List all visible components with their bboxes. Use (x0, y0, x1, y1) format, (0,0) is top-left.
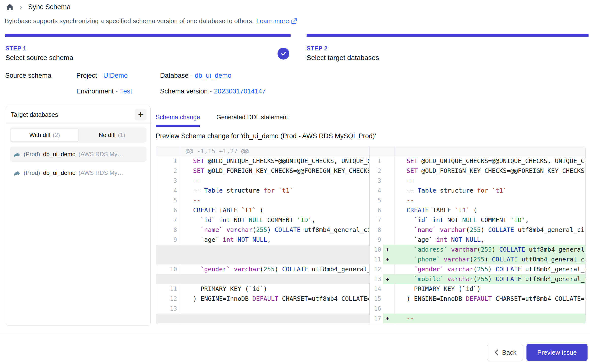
line-number (156, 314, 181, 323)
line-number: 13 (156, 304, 181, 314)
home-icon[interactable] (6, 3, 14, 11)
tab-schema-change[interactable]: Schema change (156, 114, 200, 127)
diff-line: 10+ `address` varchar(255) COLLATE utf8m… (370, 245, 585, 255)
diff-line: 5 -- (156, 196, 369, 205)
step2-title: Select target databases (307, 54, 379, 62)
tab-with-diff[interactable]: With diff(2) (11, 128, 79, 142)
line-code (181, 255, 369, 264)
diff-add-marker (383, 166, 394, 176)
step1-label: STEP 1 (5, 45, 73, 52)
diff-line: 3 -- (370, 176, 585, 186)
page-title: Sync Schema (28, 3, 71, 11)
source-schema-version-field: Schema version -20230317014147 (160, 88, 266, 95)
diff-line: 11 PRIMARY KEY (`id`) (156, 284, 369, 294)
diff-add-marker (383, 156, 394, 166)
diff-line: 10 `gender` varchar(255) COLLATE utf8mb4… (156, 264, 369, 274)
line-number: 17 (370, 314, 383, 323)
diff-line: 4 -- Table structure for `t1` (156, 186, 369, 196)
line-code (181, 314, 369, 323)
step1: STEP 1 Select source schema (5, 45, 73, 62)
sync-schema-page: › Sync Schema Bytebase supports synchron… (0, 0, 590, 364)
line-code: CREATE TABLE `t1` ( (394, 205, 585, 215)
target-db-item[interactable]: (Prod)db_ui_demo(AWS RDS MySQL Prod) (10, 165, 147, 181)
step1-progress-bar (5, 34, 291, 37)
diff-add-marker: + (383, 245, 394, 255)
learn-more-link[interactable]: Learn more (256, 17, 297, 25)
database-link[interactable]: db_ui_demo (195, 72, 231, 79)
step1-completed-check-icon (278, 48, 289, 60)
preview-issue-button[interactable]: Preview issue (526, 344, 588, 361)
line-number: 14 (370, 284, 383, 294)
line-code: -- (181, 176, 369, 186)
line-number: 4 (370, 186, 383, 196)
line-number (370, 146, 383, 156)
tab-no-diff[interactable]: No diff(1) (79, 128, 146, 142)
line-number: 12 (156, 294, 181, 304)
step2: STEP 2 Select target databases (307, 45, 379, 62)
source-schema-label: Source schema (5, 72, 51, 79)
source-database-field: Database -db_ui_demo (160, 72, 231, 79)
diff-line: 6 CREATE TABLE `t1` ( (370, 205, 585, 215)
line-code: -- (394, 196, 585, 205)
line-number: 10 (370, 245, 383, 255)
line-code: `id` int NOT NULL COMMENT 'ID', (394, 215, 585, 225)
line-number: 5 (370, 196, 383, 205)
line-code: PRIMARY KEY (`id`) (394, 284, 585, 294)
diff-add-marker (383, 205, 394, 215)
diff-line: 15 ) ENGINE=InnoDB DEFAULT CHARSET=utf8m… (370, 294, 585, 304)
line-code: -- Table structure for `t1` (181, 186, 369, 196)
line-number: 16 (370, 304, 383, 314)
diff-right-pane[interactable]: 1 SET @OLD_UNIQUE_CHECKS=@@UNIQUE_CHECKS… (369, 146, 585, 324)
line-code: `phone` varchar(255) COLLATE utf8mb4_gen… (394, 255, 585, 264)
line-code (181, 245, 369, 255)
line-number: 9 (156, 235, 181, 245)
line-code: `name` varchar(255) COLLATE utf8mb4_gene… (394, 225, 585, 235)
diff-filter-tabs: With diff(2) No diff(1) (10, 127, 147, 143)
source-environment-field: Environment -Test (76, 88, 132, 95)
breadcrumb: › Sync Schema (6, 3, 71, 11)
diff-add-marker: + (383, 274, 394, 284)
line-number: 7 (156, 215, 181, 225)
line-code (181, 274, 369, 284)
target-db-item[interactable]: (Prod)db_ui_demo(AWS RDS MySQL Prod) (10, 147, 147, 162)
db-instance: (AWS RDS MySQL Prod) (79, 151, 127, 158)
diff-add-marker (383, 235, 394, 245)
diff-add-marker (383, 146, 394, 156)
line-number (156, 245, 181, 255)
line-code: `gender` varchar(255) COLLATE utf8mb4_ge… (394, 264, 585, 274)
line-number: 3 (156, 176, 181, 186)
line-number: 6 (156, 205, 181, 215)
diff-add-marker (383, 264, 394, 274)
chevron-left-icon (494, 349, 499, 356)
diff-line: 2 SET @OLD_FOREIGN_KEY_CHECKS=@@FOREIGN_… (156, 166, 369, 176)
preview-tabs: Schema change Generated DDL statement (156, 114, 288, 127)
diff-line: 1 SET @OLD_UNIQUE_CHECKS=@@UNIQUE_CHECKS… (156, 156, 369, 166)
line-code: -- (394, 314, 585, 323)
diff-line: 14 PRIMARY KEY (`id`) (370, 284, 585, 294)
project-link[interactable]: UIDemo (103, 72, 128, 79)
line-code: SET @OLD_FOREIGN_KEY_CHECKS=@@FOREIGN_KE… (181, 166, 369, 176)
line-code: `mobile` varchar(255) COLLATE utf8mb4_ge… (394, 274, 585, 284)
line-code (394, 304, 585, 314)
schema-version-link[interactable]: 20230317014147 (214, 88, 266, 95)
line-number: 9 (370, 235, 383, 245)
diff-header-line: @@ -1,15 +1,27 @@ (156, 146, 369, 156)
add-target-database-button[interactable]: + (135, 109, 147, 121)
intro-description: Bytebase supports synchronizing a specif… (5, 17, 254, 25)
diff-left-pane[interactable]: @@ -1,15 +1,27 @@1 SET @OLD_UNIQUE_CHECK… (156, 146, 369, 324)
diff-line: 12 `gender` varchar(255) COLLATE utf8mb4… (370, 264, 585, 274)
line-code: `age` int NOT NULL, (394, 235, 585, 245)
diff-add-marker (383, 186, 394, 196)
line-number: 11 (156, 284, 181, 294)
diff-add-marker (383, 176, 394, 186)
line-number: 5 (156, 196, 181, 205)
line-code: `gender` varchar(255) COLLATE utf8mb4_ge… (181, 264, 369, 274)
environment-link[interactable]: Test (120, 88, 132, 95)
line-number: 3 (370, 176, 383, 186)
db-environment: (Prod) (24, 169, 40, 176)
tab-generated-ddl[interactable]: Generated DDL statement (216, 114, 288, 127)
line-number: 13 (370, 274, 383, 284)
back-button[interactable]: Back (487, 344, 523, 361)
diff-line: 5 -- (370, 196, 585, 205)
line-number: 1 (370, 156, 383, 166)
